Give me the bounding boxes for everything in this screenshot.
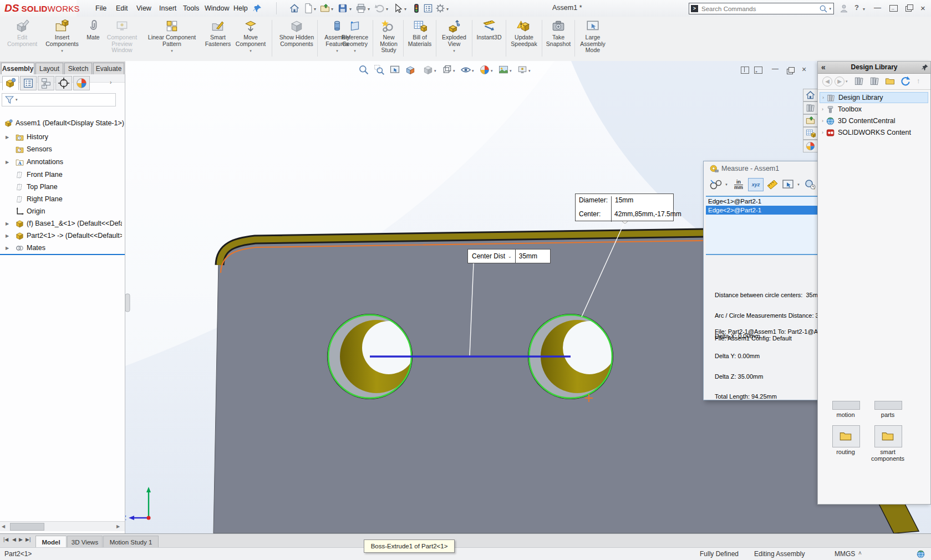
create-new-folder-icon[interactable] [884,75,896,86]
arc-circle-measure-icon[interactable] [709,178,723,191]
menu-view[interactable]: View [133,0,155,17]
hide-show-caret[interactable]: ▾ [472,69,474,73]
menu-pin-icon[interactable] [253,4,262,13]
menu-help[interactable]: Help [230,0,251,17]
ribbon-insert-components[interactable]: Insert Components ▾ [45,19,79,54]
thumbnail-label-parts[interactable]: parts [868,411,908,418]
thumbnail-label-routing[interactable]: routing [826,449,866,455]
tab-sketch[interactable]: Sketch [64,63,92,74]
previous-view-icon[interactable] [389,64,400,75]
search-caret[interactable]: ▾ [829,7,831,11]
thumbnail-motion[interactable] [832,401,860,410]
thumbnail-smart-components[interactable] [874,425,902,447]
featuremanager-tab[interactable] [2,76,19,90]
ribbon-large-assembly-mode[interactable]: Large Assembly Mode [577,19,608,54]
doc-minimize-icon[interactable]: — [772,65,779,73]
library-item-3d-contentcentral[interactable]: › 3D ContentCentral [820,115,928,126]
measurement-history-icon[interactable] [803,178,817,191]
window-minimize-icon[interactable]: — [874,3,881,12]
home-icon[interactable] [289,3,300,14]
ribbon-show-hidden-components[interactable]: Show Hidden Components [279,19,314,47]
projected-on-icon[interactable] [781,178,795,191]
taskpane-design-library-tab[interactable] [803,101,818,114]
ribbon-take-snapshot[interactable]: Take Snapshot [545,19,572,47]
center-dist-value[interactable]: 35mm [516,252,537,260]
ribbon-instant3d[interactable]: Instant3D [475,19,503,41]
taskpane-file-explorer-tab[interactable] [803,114,818,127]
options-gear-icon[interactable] [435,3,446,14]
display-style-icon[interactable] [441,64,452,75]
point-to-point-ruler-icon[interactable] [766,178,779,191]
tree-item-history[interactable]: ▶ History [0,131,125,142]
pane-split-right-icon[interactable]: ▸ [754,67,762,74]
add-file-location-icon[interactable] [869,75,880,86]
scroll-right-arrow[interactable]: ▶ [116,524,120,529]
zoom-to-area-icon[interactable] [374,64,385,75]
taskpane-view-palette-tab[interactable] [803,127,818,140]
select-caret[interactable]: ▾ [404,7,406,12]
library-item-toolbox[interactable]: › Toolbox [820,104,928,115]
tab-nav-last[interactable]: ▶| [26,537,30,542]
help-icon[interactable]: ? [854,3,859,12]
apply-scene-icon[interactable] [498,64,509,75]
view-orientation-icon[interactable] [423,64,434,75]
displaymanager-tab[interactable] [73,76,90,90]
panel-collapse-icon[interactable]: « [821,62,826,73]
tree-filter-bar[interactable]: ▾ [2,93,116,106]
tab-evaluate[interactable]: Evaluate [93,63,124,74]
tab-nav-first[interactable]: |◀ [3,537,8,542]
thumbnail-parts[interactable] [874,401,902,410]
display-style-caret[interactable]: ▾ [453,69,455,73]
ribbon-update-speedpak[interactable]: Update Speedpak [508,19,540,47]
tab-layout[interactable]: Layout [35,63,63,74]
tree-item-sensors[interactable]: Sensors [0,144,125,155]
edit-appearance-icon[interactable] [479,64,490,75]
tree-item-base1[interactable]: ▶ (f) Base1_&<1> (Default<<Defaul [0,218,125,229]
status-units-caret[interactable]: ˄ [858,550,862,556]
center-dist-callout[interactable]: Center Dist ⌄ 35mm [467,249,551,263]
ribbon-move-component[interactable]: Move Component ▾ [235,19,266,54]
configurationmanager-tab[interactable] [38,76,54,90]
open-icon[interactable] [319,3,330,14]
taskpane-appearances-tab[interactable] [803,140,818,152]
ribbon-new-motion-study[interactable]: New Motion Study [376,19,401,54]
ribbon-smart-fasteners[interactable]: Smart Fasteners [204,19,232,47]
menu-window[interactable]: Window [201,0,232,17]
refresh-icon[interactable] [900,75,911,86]
thumbnail-label-motion[interactable]: motion [826,411,866,418]
design-library-header[interactable]: « Design Library [818,62,930,74]
tab-3d-views[interactable]: 3D Views [67,536,103,548]
tab-assembly[interactable]: Assembly [1,63,34,74]
open-caret[interactable]: ▾ [331,7,333,12]
menu-tools[interactable]: Tools [180,0,202,17]
tree-root-assem1[interactable]: Assem1 (Default<Display State-1>) [0,118,125,129]
new-document-caret[interactable]: ▾ [314,7,316,12]
filter-funnel-icon[interactable] [4,95,14,105]
library-item-design-library[interactable]: › Design Library [820,92,928,103]
tab-nav-prev[interactable]: ◀ [12,537,16,542]
save-caret[interactable]: ▾ [349,7,352,12]
search-commands-box[interactable]: > ▾ [689,3,834,14]
library-item-solidworks-content[interactable]: › SOLIDWORKS Content [820,127,928,138]
projected-on-caret[interactable]: ▾ [796,178,801,191]
status-units[interactable]: MMGS [835,550,855,558]
library-nav-caret[interactable]: ▾ [846,79,848,84]
ribbon-exploded-view[interactable]: Exploded View ▾ [439,19,470,54]
taskpane-home-tab[interactable] [803,89,818,101]
tree-item-front-plane[interactable]: Front Plane [0,169,125,180]
ribbon-bill-of-materials[interactable]: Bill of Materials [406,19,434,47]
tab-nav-next[interactable]: ▶ [19,537,23,542]
print-caret[interactable]: ▾ [368,7,370,12]
ribbon-mate[interactable]: Mate [83,19,103,41]
new-document-icon[interactable] [303,3,314,14]
tree-item-mates[interactable]: ▶ Mates [0,242,125,253]
tree-item-origin[interactable]: Origin [0,206,125,217]
view-orientation-caret[interactable]: ▾ [434,69,436,73]
edit-appearance-caret[interactable]: ▾ [491,69,493,73]
tree-horizontal-scrollbar[interactable]: ◀ ▶ [0,521,125,531]
apply-scene-caret[interactable]: ▾ [510,69,512,73]
tab-motion-study-1[interactable]: Motion Study 1 [103,536,159,548]
propertymanager-tab[interactable] [20,76,37,90]
show-xyz-measurements-button[interactable]: xyz [748,178,764,191]
window-close-icon[interactable]: × [920,3,925,13]
